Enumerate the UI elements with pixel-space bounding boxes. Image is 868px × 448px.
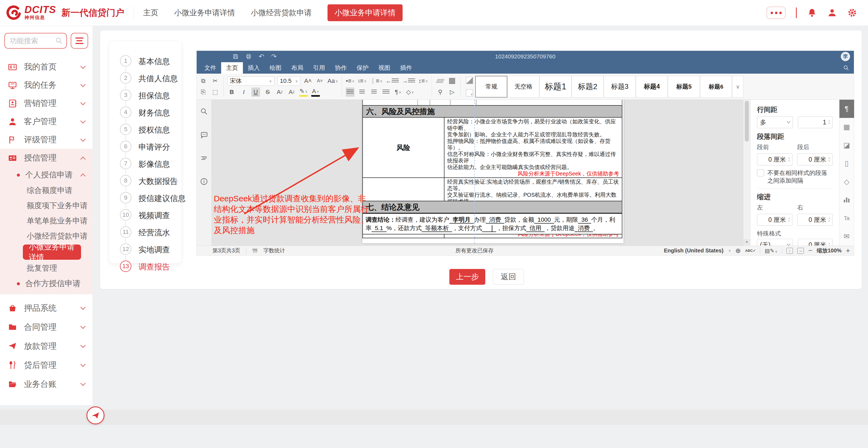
indent-right-stepper[interactable]: 0 厘米˄˅ bbox=[797, 214, 833, 226]
step-item-11[interactable]: 11经营流水 bbox=[120, 226, 181, 243]
style-heading1[interactable]: 标题1 bbox=[539, 76, 571, 98]
line-spacing-count-stepper[interactable]: 1˄˅ bbox=[798, 116, 833, 128]
fit-width-icon[interactable]: ↔ bbox=[797, 248, 804, 254]
style-heading3[interactable]: 标题3 bbox=[603, 76, 636, 98]
sidebar-item-contracts[interactable]: 合同管理 bbox=[0, 318, 92, 337]
header-footer-settings-icon[interactable]: ▯ bbox=[839, 154, 854, 173]
menu-tab-collaboration[interactable]: 协作 bbox=[330, 62, 352, 74]
menu-tab-references[interactable]: 引用 bbox=[308, 62, 330, 74]
special-format-select[interactable]: (无) bbox=[757, 239, 793, 246]
paste-icon[interactable]: ⎘ bbox=[199, 88, 208, 97]
sidebar-item-personal-credit[interactable]: 个人授信申请 bbox=[0, 167, 92, 183]
info-icon[interactable] bbox=[200, 177, 208, 185]
globe-icon[interactable]: ⊕ bbox=[735, 247, 741, 254]
bullet-list-icon[interactable]: •≡∨ bbox=[346, 76, 354, 85]
comments-icon[interactable] bbox=[200, 131, 208, 139]
table-settings-icon[interactable]: ▦ bbox=[839, 118, 854, 136]
sidebar-item-limit-business[interactable]: 额度项下业务申请 bbox=[0, 198, 92, 213]
step-item-10[interactable]: 10视频调查 bbox=[120, 209, 181, 226]
style-no-spacing[interactable]: 无空格 bbox=[507, 76, 539, 98]
page-indicator[interactable]: 第3页共3页 bbox=[212, 247, 240, 254]
strikethrough-icon[interactable]: S bbox=[263, 88, 272, 97]
more-apps-icon[interactable] bbox=[767, 6, 785, 19]
line-spacing-select[interactable]: 多 bbox=[757, 116, 793, 128]
sidebar-item-partner-credit[interactable]: 合作方授信申请 bbox=[0, 276, 92, 291]
sidebar-item-micro-loan-apply[interactable]: 小微经营贷款申请 bbox=[0, 229, 92, 244]
align-justify-icon[interactable] bbox=[382, 88, 390, 97]
highlight-color-icon[interactable]: ✎∨ bbox=[299, 88, 308, 97]
avatar[interactable]: 李 bbox=[841, 52, 850, 61]
sidebar-item-approval-mgmt[interactable]: 批复管理 bbox=[0, 261, 92, 276]
undo-icon[interactable]: ↶ bbox=[259, 54, 264, 59]
style-border-icon[interactable]: ∨ bbox=[466, 90, 473, 97]
copy-icon[interactable]: ⧉ bbox=[199, 76, 208, 85]
spacing-before-stepper[interactable]: 0 厘米˄˅ bbox=[757, 153, 793, 166]
sidebar-item-disbursement[interactable]: 放款管理 bbox=[0, 337, 92, 356]
eraser-icon[interactable] bbox=[436, 76, 444, 85]
menu-tab-view[interactable]: 视图 bbox=[373, 62, 395, 74]
increase-font-icon[interactable]: A˄ bbox=[304, 76, 312, 85]
line-spacing-icon[interactable]: ↕≡∨ bbox=[418, 76, 428, 85]
multilevel-list-icon[interactable]: ⋮≡∨ bbox=[370, 76, 382, 85]
decrease-indent-icon[interactable]: ← bbox=[386, 76, 399, 85]
active-menu-pill[interactable]: 小微业务申请详情 bbox=[23, 244, 81, 260]
feedback-send-button[interactable] bbox=[87, 407, 104, 424]
step-item-8[interactable]: 8大数据报告 bbox=[120, 175, 181, 192]
sidebar-item-collateral[interactable]: 押品系统 bbox=[0, 299, 92, 318]
spacing-after-stepper[interactable]: 0 厘米˄˅ bbox=[797, 153, 833, 166]
style-gallery-more-icon[interactable]: ∨ bbox=[732, 76, 743, 98]
step-item-1[interactable]: 1基本信息 bbox=[120, 55, 181, 72]
navigation-headings-icon[interactable] bbox=[200, 154, 208, 162]
sidebar-item-single-batch[interactable]: 单笔单批业务申请 bbox=[0, 213, 92, 229]
mailmerge-settings-icon[interactable]: ✉ bbox=[839, 228, 854, 246]
user-icon[interactable] bbox=[827, 8, 837, 18]
scrollbar-thumb[interactable] bbox=[745, 101, 749, 142]
find-icon[interactable] bbox=[200, 107, 208, 115]
style-heading4[interactable]: 标题4 bbox=[636, 76, 668, 98]
style-shading-icon[interactable]: ∨ bbox=[466, 77, 473, 84]
font-name-select[interactable]: 宋体∨ bbox=[227, 76, 274, 85]
nav-tab-micro-detail-active[interactable]: 小微业务申请详情 bbox=[328, 4, 403, 21]
indent-left-stepper[interactable]: 0 厘米˄˅ bbox=[757, 214, 793, 226]
underline-icon[interactable]: U bbox=[251, 88, 260, 97]
increase-indent-icon[interactable]: → bbox=[402, 76, 415, 85]
image-settings-icon[interactable]: ◪ bbox=[839, 136, 854, 154]
zoom-in-icon[interactable]: + bbox=[846, 246, 850, 255]
sidebar-item-credit-mgmt[interactable]: 授信管理 bbox=[0, 149, 92, 167]
menu-tab-protection[interactable]: 保护 bbox=[352, 62, 373, 74]
editor-search-icon[interactable] bbox=[843, 65, 849, 71]
align-left-icon[interactable] bbox=[346, 88, 354, 97]
format-painter-icon[interactable]: ⚲ bbox=[436, 88, 444, 97]
canvas-scrollbar[interactable]: ▼ bbox=[743, 100, 750, 246]
sidebar-item-customers[interactable]: 客户管理 bbox=[0, 112, 92, 131]
sidebar-item-post-loan[interactable]: 贷后管理 bbox=[0, 356, 92, 375]
textart-settings-icon[interactable]: Ta bbox=[839, 209, 854, 228]
subscript-icon[interactable]: A2 bbox=[287, 88, 296, 97]
sidebar-item-rating[interactable]: 评级管理 bbox=[0, 131, 92, 149]
sidebar-item-marketing[interactable]: 营销管理 bbox=[0, 94, 92, 112]
shading-icon[interactable]: ◇∨ bbox=[406, 88, 414, 97]
style-heading5[interactable]: 标题5 bbox=[668, 76, 700, 98]
font-size-select[interactable]: 10.5∨ bbox=[277, 76, 300, 85]
nav-tab-micro-detail[interactable]: 小微业务申请详情 bbox=[174, 8, 235, 18]
gear-icon[interactable] bbox=[847, 8, 857, 18]
zoom-out-icon[interactable]: − bbox=[808, 246, 812, 255]
numbered-list-icon[interactable]: 1≡∨ bbox=[358, 76, 367, 85]
italic-icon[interactable]: I bbox=[239, 88, 248, 97]
step-item-4[interactable]: 4财务信息 bbox=[120, 106, 181, 124]
style-heading2[interactable]: 标题2 bbox=[571, 76, 603, 98]
menu-tab-draw[interactable]: 绘图 bbox=[265, 62, 286, 74]
change-case-icon[interactable]: Aa∨ bbox=[328, 76, 338, 85]
bold-icon[interactable]: B bbox=[227, 88, 236, 97]
spellcheck-icon[interactable]: ABC✓ bbox=[745, 249, 756, 253]
sidebar-item-micro-detail[interactable]: 小微业务申请详情 bbox=[0, 244, 92, 261]
step-item-3[interactable]: 3担保信息 bbox=[120, 90, 181, 106]
decrease-font-icon[interactable]: A˅ bbox=[315, 76, 324, 85]
back-button[interactable]: 返回 bbox=[493, 269, 524, 285]
redo-icon[interactable]: ↷ bbox=[271, 54, 277, 59]
align-right-icon[interactable] bbox=[370, 88, 378, 97]
sidebar-item-my-home[interactable]: 我的首页 bbox=[0, 58, 92, 76]
sidebar-item-ledger[interactable]: 业务台账 bbox=[0, 375, 92, 394]
menu-tab-file[interactable]: 文件 bbox=[199, 62, 221, 74]
step-item-13-active[interactable]: 13调查报告 bbox=[120, 261, 181, 278]
